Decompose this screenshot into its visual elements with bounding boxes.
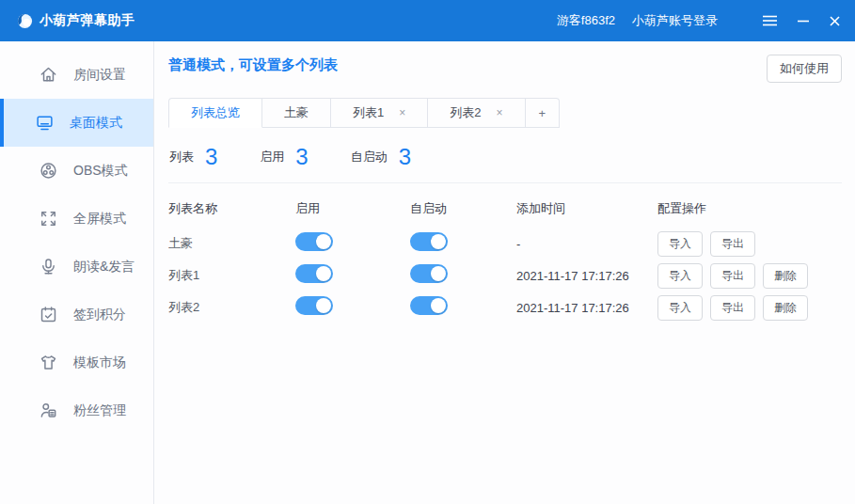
added-time: - bbox=[516, 237, 657, 251]
app-logo-icon bbox=[17, 13, 33, 29]
sidebar-item-label: 桌面模式 bbox=[70, 115, 122, 132]
stat-0: 列表3 bbox=[169, 146, 217, 168]
enable-toggle[interactable] bbox=[295, 296, 333, 315]
page-title: 普通模式，可设置多个列表 bbox=[168, 56, 338, 74]
stat-2: 自启动3 bbox=[351, 146, 411, 168]
menu-icon[interactable] bbox=[763, 15, 777, 26]
toggle-knob bbox=[431, 234, 446, 249]
table-row: 列表22021-11-17 17:17:26导入导出删除 bbox=[168, 291, 842, 323]
sidebar-item-label: 粉丝管理 bbox=[73, 402, 126, 419]
row-actions: 导入导出删除 bbox=[657, 263, 842, 289]
stat-label: 列表 bbox=[169, 149, 194, 168]
microphone-icon bbox=[40, 258, 57, 276]
column-header: 列表名称 bbox=[168, 200, 295, 217]
list-name: 土豪 bbox=[168, 235, 295, 252]
toggle-knob bbox=[431, 266, 446, 281]
desktop-icon bbox=[36, 114, 54, 132]
tab-label: 列表总览 bbox=[191, 104, 240, 121]
list-name: 列表1 bbox=[168, 267, 295, 284]
stat-value: 3 bbox=[295, 146, 308, 168]
import-button[interactable]: 导入 bbox=[657, 231, 703, 257]
how-to-use-button[interactable]: 如何使用 bbox=[767, 55, 842, 83]
tab-3[interactable]: 列表1× bbox=[331, 98, 428, 128]
autostart-toggle[interactable] bbox=[410, 296, 448, 315]
import-button[interactable]: 导入 bbox=[657, 295, 703, 321]
add-icon: + bbox=[539, 106, 546, 120]
minimize-icon[interactable] bbox=[798, 15, 809, 26]
sidebar-item-calendar-check[interactable]: 签到积分 bbox=[0, 291, 153, 339]
stats-divider bbox=[168, 182, 842, 183]
tab-close-icon[interactable]: × bbox=[496, 106, 502, 119]
titlebar: 小葫芦弹幕助手 游客f863f2 小葫芦账号登录 bbox=[0, 0, 855, 41]
stat-value: 3 bbox=[205, 146, 217, 168]
toggle-knob bbox=[431, 298, 446, 313]
tshirt-icon bbox=[40, 354, 57, 371]
column-header: 启用 bbox=[295, 200, 410, 217]
tab-close-icon[interactable]: × bbox=[399, 106, 405, 119]
sidebar-item-label: 签到积分 bbox=[73, 307, 126, 323]
sidebar-item-microphone[interactable]: 朗读&发言 bbox=[0, 243, 153, 291]
stat-1: 启用3 bbox=[260, 146, 308, 168]
tab-label: 土豪 bbox=[284, 104, 309, 121]
sidebar-item-label: 全屏模式 bbox=[73, 211, 126, 228]
guest-account-label[interactable]: 游客f863f2 bbox=[557, 12, 615, 29]
main-content: 普通模式，可设置多个列表 如何使用 列表总览土豪列表1×列表2×+ 列表3启用3… bbox=[154, 41, 855, 504]
tab-1[interactable]: 列表总览 bbox=[168, 98, 262, 128]
export-button[interactable]: 导出 bbox=[710, 231, 755, 257]
sidebar-item-label: 模板市场 bbox=[73, 354, 126, 371]
sidebar-item-label: 朗读&发言 bbox=[73, 259, 135, 276]
calendar-check-icon bbox=[40, 306, 57, 323]
list-name: 列表2 bbox=[168, 299, 295, 316]
toggle-knob bbox=[316, 266, 331, 281]
stat-value: 3 bbox=[399, 146, 411, 168]
titlebar-left: 小葫芦弹幕助手 bbox=[17, 12, 135, 29]
column-header: 自启动 bbox=[410, 200, 516, 217]
stats-row: 列表3启用3自启动3 bbox=[168, 146, 842, 168]
titlebar-right: 游客f863f2 小葫芦账号登录 bbox=[557, 12, 840, 29]
column-header: 添加时间 bbox=[516, 200, 657, 217]
stat-label: 自启动 bbox=[351, 149, 388, 168]
delete-button[interactable]: 删除 bbox=[763, 263, 808, 289]
export-button[interactable]: 导出 bbox=[710, 295, 755, 321]
row-actions: 导入导出 bbox=[657, 231, 842, 257]
table-header-row: 列表名称启用自启动添加时间配置操作 bbox=[168, 190, 842, 228]
added-time: 2021-11-17 17:17:26 bbox=[516, 269, 657, 283]
list-table: 列表名称启用自启动添加时间配置操作土豪-导入导出列表12021-11-17 17… bbox=[168, 190, 842, 323]
export-button[interactable]: 导出 bbox=[710, 263, 755, 289]
app-body: 房间设置桌面模式OBS模式全屏模式朗读&发言签到积分模板市场粉丝管理 普通模式，… bbox=[0, 41, 855, 504]
sidebar-item-fullscreen[interactable]: 全屏模式 bbox=[0, 195, 153, 243]
tab-4[interactable]: 列表2× bbox=[428, 98, 525, 128]
tab-label: 列表2 bbox=[450, 104, 481, 121]
enable-toggle[interactable] bbox=[295, 264, 333, 283]
toggle-knob bbox=[316, 234, 331, 249]
autostart-toggle[interactable] bbox=[410, 264, 448, 283]
content-header: 普通模式，可设置多个列表 如何使用 bbox=[168, 53, 842, 83]
toggle-knob bbox=[316, 298, 331, 313]
sidebar-item-label: OBS模式 bbox=[73, 163, 128, 180]
tab-label: 列表1 bbox=[353, 104, 384, 121]
sidebar: 房间设置桌面模式OBS模式全屏模式朗读&发言签到积分模板市场粉丝管理 bbox=[0, 41, 154, 504]
account-login-link[interactable]: 小葫芦账号登录 bbox=[632, 12, 718, 29]
delete-button[interactable]: 删除 bbox=[763, 295, 808, 321]
sidebar-item-home[interactable]: 房间设置 bbox=[0, 51, 153, 99]
sidebar-item-desktop[interactable]: 桌面模式 bbox=[0, 99, 153, 147]
tab-bar: 列表总览土豪列表1×列表2×+ bbox=[168, 98, 842, 128]
table-row: 土豪-导入导出 bbox=[168, 228, 842, 260]
tab-2[interactable]: 土豪 bbox=[262, 98, 331, 128]
enable-toggle[interactable] bbox=[295, 232, 333, 251]
sidebar-item-fans[interactable]: 粉丝管理 bbox=[0, 386, 153, 434]
added-time: 2021-11-17 17:17:26 bbox=[516, 301, 657, 315]
add-tab-button[interactable]: + bbox=[526, 98, 561, 128]
sidebar-item-label: 房间设置 bbox=[73, 67, 126, 84]
fans-icon bbox=[40, 402, 57, 419]
stat-label: 启用 bbox=[260, 149, 284, 168]
column-header: 配置操作 bbox=[657, 200, 842, 217]
import-button[interactable]: 导入 bbox=[657, 263, 703, 289]
close-icon[interactable] bbox=[830, 16, 840, 26]
home-icon bbox=[40, 66, 57, 84]
autostart-toggle[interactable] bbox=[410, 232, 448, 251]
sidebar-item-obs[interactable]: OBS模式 bbox=[0, 147, 153, 195]
sidebar-item-tshirt[interactable]: 模板市场 bbox=[0, 339, 153, 386]
obs-icon bbox=[40, 162, 57, 180]
row-actions: 导入导出删除 bbox=[657, 295, 842, 321]
